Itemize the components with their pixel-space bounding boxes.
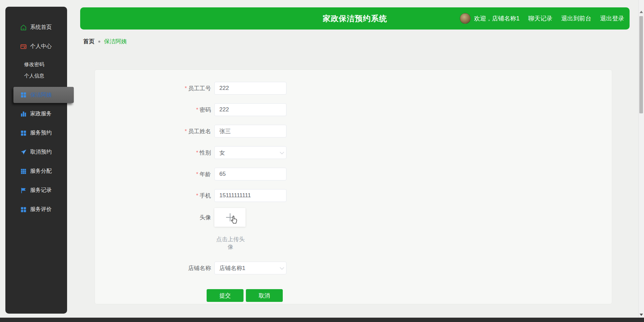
form-row-employee-id: *员工工号 [95, 82, 612, 95]
field-label: *年龄 [95, 170, 214, 178]
sidebar-item-label: 保洁阿姨 [30, 92, 52, 99]
required-asterisk: * [196, 107, 198, 113]
sidebar-item-label: 服务预约 [30, 129, 52, 137]
home-icon [20, 24, 27, 31]
field-label: *员工姓名 [95, 127, 214, 135]
sidebar-item-label: 家政服务 [30, 110, 52, 117]
avatar-upload-hint: 点击上传头像 [214, 235, 247, 251]
chevron-down-icon [280, 265, 284, 270]
shop-name-select-value: 店铺名称1 [219, 264, 245, 272]
sidebar-item-change-password[interactable]: 修改密码 [5, 59, 67, 70]
sidebar-item-personal-info[interactable]: 个人信息 [5, 70, 67, 82]
breadcrumb: 首页 保洁阿姨 [83, 38, 127, 45]
employee-id-input[interactable] [214, 82, 286, 95]
shop-name-select[interactable]: 店铺名称1 [214, 262, 286, 274]
cancel-button[interactable]: 取消 [246, 289, 283, 302]
sidebar-item-personal-center[interactable]: 个人中心 [5, 37, 67, 56]
form-row-gender: *性别 女 [95, 146, 612, 159]
gender-select[interactable]: 女 [214, 146, 286, 159]
form-actions: 提交 取消 [207, 289, 612, 302]
password-input[interactable] [214, 103, 286, 116]
sidebar-item-service-record[interactable]: 服务记录 [5, 181, 67, 200]
scrollbar-thumb[interactable] [639, 16, 643, 113]
form-row-avatar-upload: 头像 [95, 208, 612, 227]
sidebar-item-label: 取消预约 [30, 149, 52, 156]
header-bar: 家政保洁预约系统 欢迎，店铺名称1 聊天记录 退出到前台 退出登录 [80, 7, 630, 30]
submit-button[interactable]: 提交 [207, 289, 244, 302]
grid-icon [20, 92, 27, 98]
sidebar-item-housekeeping-service[interactable]: 家政服务 [5, 104, 67, 123]
sidebar-item-service-review[interactable]: 服务评价 [5, 200, 67, 219]
required-asterisk: * [196, 150, 198, 156]
form-row-phone: *手机 [95, 189, 612, 202]
form-row-employee-name: *员工姓名 [95, 125, 612, 138]
bar-chart-icon [20, 111, 27, 117]
required-asterisk: * [196, 171, 198, 177]
required-asterisk: * [185, 128, 187, 134]
header-link-exit-to-front[interactable]: 退出到前台 [561, 14, 591, 22]
field-label: *手机 [95, 192, 214, 200]
gender-select-value: 女 [219, 149, 225, 157]
sidebar-item-service-booking[interactable]: 服务预约 [5, 123, 67, 143]
breadcrumb-home[interactable]: 首页 [83, 38, 95, 45]
field-label: *密码 [95, 106, 214, 114]
sidebar-item-label: 服务评价 [30, 206, 52, 213]
sidebar-item-cancel-booking[interactable]: 取消预约 [5, 143, 67, 162]
flag-icon [20, 187, 27, 194]
sidebar-item-label: 服务记录 [30, 187, 52, 194]
sidebar-item-label: 服务分配 [30, 168, 52, 175]
sidebar-item-service-allocation[interactable]: 服务分配 [5, 162, 67, 181]
sidebar-item-label: 个人信息 [24, 73, 44, 79]
card-icon [20, 43, 27, 50]
sidebar-item-label: 修改密码 [24, 61, 44, 68]
grid-nine-icon [20, 168, 27, 175]
form-card: *员工工号 *密码 *员工姓名 *性别 女 *年龄 *手机 [95, 69, 612, 304]
form-row-shop-name: 店铺名称 店铺名称1 [95, 262, 612, 274]
employee-name-input[interactable] [214, 125, 286, 138]
required-asterisk: * [196, 193, 198, 199]
breadcrumb-current: 保洁阿姨 [104, 38, 127, 45]
send-icon [20, 149, 27, 156]
form-row-password: *密码 [95, 103, 612, 116]
sidebar-item-label: 系统首页 [30, 24, 52, 31]
sidebar: 系统首页 个人中心 修改密码 个人信息 保洁阿姨 家政服务 服务预约 取消预约 [5, 7, 67, 314]
grid-icon [20, 130, 27, 137]
field-label: *性别 [95, 149, 214, 157]
grid-icon [20, 206, 27, 213]
sidebar-item-system-home[interactable]: 系统首页 [5, 18, 67, 37]
scroll-up-arrow[interactable] [640, 11, 643, 13]
window-bottom-edge [0, 318, 644, 322]
welcome-wrap: 欢迎，店铺名称1 [460, 13, 520, 24]
field-label: *员工工号 [95, 85, 214, 92]
field-label: 店铺名称 [95, 264, 214, 272]
header-link-logout[interactable]: 退出登录 [600, 14, 624, 22]
sidebar-item-cleaning-aunt-active[interactable]: 保洁阿姨 [13, 87, 74, 103]
avatar[interactable] [460, 13, 471, 24]
welcome-text: 欢迎，店铺名称1 [474, 14, 520, 22]
avatar-upload-box[interactable] [214, 208, 246, 227]
header-right: 欢迎，店铺名称1 聊天记录 退出到前台 退出登录 [460, 7, 624, 30]
breadcrumb-separator-dot [98, 41, 100, 43]
cursor-pointer-icon [230, 215, 239, 226]
field-label: 头像 [95, 214, 214, 221]
form-row-age: *年龄 [95, 168, 612, 180]
scroll-down-arrow[interactable] [640, 314, 643, 316]
header-link-chat-history[interactable]: 聊天记录 [528, 14, 552, 22]
vertical-scrollbar[interactable] [638, 0, 644, 322]
sidebar-item-label: 个人中心 [30, 43, 52, 50]
chevron-down-icon [280, 150, 284, 154]
required-asterisk: * [185, 86, 187, 91]
age-input[interactable] [214, 168, 286, 180]
page-title: 家政保洁预约系统 [323, 13, 387, 24]
phone-input[interactable] [214, 189, 286, 202]
